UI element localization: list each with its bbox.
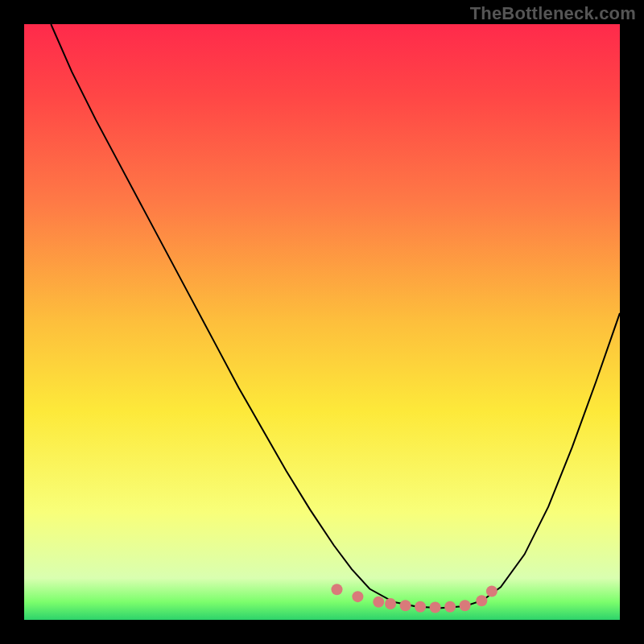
plateau-marker <box>373 597 384 608</box>
chart-container: TheBottleneck.com <box>0 0 644 644</box>
plateau-marker <box>460 600 471 611</box>
plateau-marker <box>385 598 396 609</box>
plot-frame <box>24 24 620 620</box>
gradient-background <box>24 24 620 620</box>
attribution-label: TheBottleneck.com <box>470 3 636 24</box>
plateau-marker <box>400 600 411 611</box>
plateau-marker <box>352 591 363 602</box>
plateau-marker <box>486 585 497 597</box>
plateau-marker <box>332 584 343 595</box>
plateau-marker <box>476 595 487 606</box>
plateau-marker <box>430 601 441 613</box>
plateau-marker <box>444 601 456 613</box>
plateau-marker <box>415 601 426 613</box>
plot-svg <box>24 24 620 620</box>
